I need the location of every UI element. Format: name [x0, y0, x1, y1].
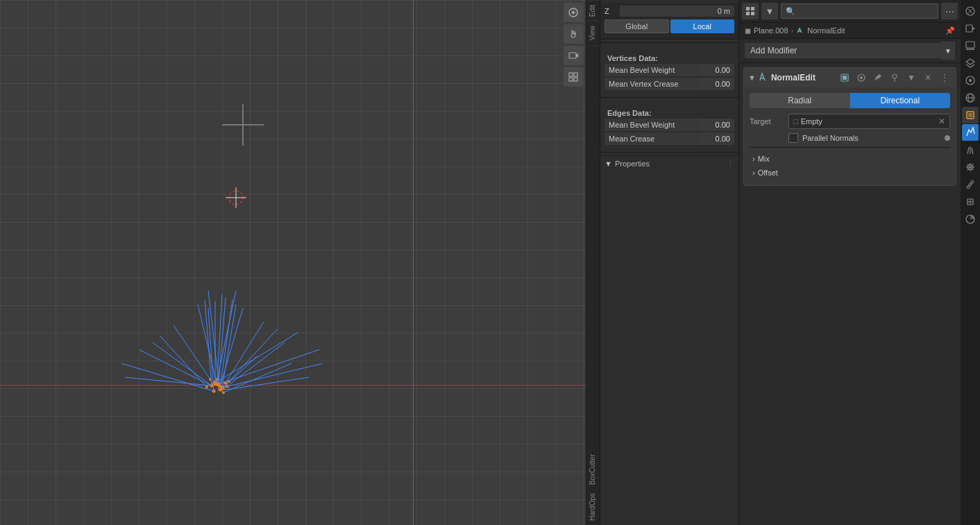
offset-section[interactable]: › Offset — [750, 166, 950, 180]
offset-arrow: › — [752, 169, 755, 177]
mean-vertex-crease-value[interactable]: 0.00 — [700, 78, 734, 90]
physics-icon[interactable] — [962, 159, 979, 175]
svg-line-82 — [972, 148, 973, 154]
svg-rect-52 — [569, 73, 573, 76]
mean-bevel-weight-row: Mean Bevel Weight 0.00 — [605, 64, 734, 76]
svg-point-65 — [860, 76, 863, 79]
props-sidebar — [961, 0, 980, 525]
scene-props-icon[interactable] — [962, 72, 979, 89]
directional-btn[interactable]: Directional — [850, 93, 951, 108]
mean-crease-label: Mean Crease — [605, 132, 700, 145]
parallel-normals-dot — [945, 135, 950, 141]
target-row: Target □ Empty ✕ — [750, 114, 950, 129]
svg-rect-56 — [746, 7, 750, 10]
mod-edit-icon[interactable] — [871, 71, 885, 85]
normaledit-modifier-card: ▼ NormalEdit — [743, 67, 956, 186]
world-icon[interactable] — [962, 89, 979, 106]
target-label: Target — [750, 117, 784, 126]
svg-rect-54 — [569, 78, 573, 81]
viewport-grid-btn[interactable] — [564, 67, 583, 87]
viewport-add-btn[interactable] — [564, 3, 583, 22]
target-object-icon: □ — [793, 117, 798, 126]
z-value[interactable]: 0 m — [620, 6, 734, 17]
mod-more-btn[interactable]: ⋮ — [938, 71, 952, 85]
pin-btn[interactable]: 📌 — [945, 26, 955, 35]
vertical-guide — [413, 0, 414, 525]
output-icon[interactable] — [962, 37, 979, 54]
expand-btn[interactable]: ⋯ — [941, 3, 958, 19]
material-icon[interactable] — [962, 211, 979, 227]
modifier-card-header: ▼ NormalEdit — [744, 68, 956, 87]
properties-label: Properties — [615, 160, 650, 168]
mod-close-btn[interactable]: ✕ — [921, 71, 935, 85]
data-icon[interactable] — [962, 193, 979, 210]
add-modifier-bar: Add Modifier ▼ — [739, 39, 961, 63]
mod-tool-2[interactable]: ▼ — [761, 3, 778, 19]
mod-render-icon[interactable] — [854, 71, 868, 85]
svg-line-34 — [160, 336, 207, 387]
mod-collapse-icon[interactable]: ▼ — [904, 71, 918, 85]
mean-bevel-weight-edge-label: Mean Bevel Weight — [605, 119, 700, 131]
view-label[interactable]: View — [586, 21, 600, 45]
mean-vertex-crease-row: Mean Vertex Crease 0.00 — [605, 78, 734, 90]
viewport-grid — [0, 0, 586, 525]
hardops-label[interactable]: HardOps — [586, 489, 600, 525]
object-icon[interactable] — [962, 107, 979, 123]
search-input[interactable] — [781, 3, 938, 19]
svg-rect-55 — [574, 78, 577, 81]
edges-data-section: Edges Data: Mean Bevel Weight 0.00 Mean … — [600, 101, 738, 149]
viewport[interactable] — [0, 0, 586, 525]
svg-rect-63 — [843, 76, 847, 80]
parallel-normals-checkbox[interactable] — [788, 133, 798, 143]
properties-collapse[interactable]: ▼ Properties ⋮ — [600, 155, 738, 171]
mean-vertex-crease-label: Mean Vertex Crease — [605, 78, 700, 90]
add-modifier-dropdown[interactable]: ▼ — [941, 42, 955, 60]
3d-object — [118, 287, 326, 428]
mode-toggle: Radial Directional — [750, 93, 950, 108]
mix-label: Mix — [758, 155, 770, 163]
mod-collapse-btn[interactable]: ▼ — [748, 74, 756, 82]
viewport-hand-btn[interactable] — [564, 24, 583, 44]
viewport-tools — [561, 0, 586, 89]
svg-line-23 — [221, 300, 233, 383]
target-clear-btn[interactable]: ✕ — [938, 117, 945, 126]
radial-btn[interactable]: Radial — [750, 93, 850, 108]
svg-rect-71 — [966, 42, 974, 48]
view-layer-icon[interactable] — [962, 55, 979, 71]
mix-section[interactable]: › Mix — [750, 152, 950, 166]
mean-bevel-weight-edge-value[interactable]: 0.00 — [700, 119, 734, 131]
boxcutter-label[interactable]: BoxCutter — [586, 45, 600, 489]
breadcrumb-object[interactable]: Plane.008 — [754, 26, 788, 35]
mean-crease-value[interactable]: 0.00 — [700, 132, 734, 145]
particles-icon[interactable] — [962, 141, 979, 158]
modifier-toolbar: ▼ ⋯ — [739, 0, 961, 23]
svg-line-35 — [153, 343, 212, 386]
edit-label[interactable]: Edit — [586, 0, 600, 21]
mod-pin-icon[interactable] — [888, 71, 902, 85]
vertices-data-section: Vertices Data: Mean Bevel Weight 0.00 Me… — [600, 46, 738, 94]
mean-bevel-weight-edge-row: Mean Bevel Weight 0.00 — [605, 119, 734, 131]
properties-dots: ⋮ — [727, 159, 734, 168]
constraints-icon[interactable] — [962, 176, 979, 193]
render-icon[interactable] — [962, 20, 979, 37]
global-btn[interactable]: Global — [605, 19, 669, 33]
mean-bevel-weight-value[interactable]: 0.00 — [700, 64, 734, 76]
modifier-body: Radial Directional Target □ Empty ✕ Para… — [744, 87, 956, 185]
svg-rect-58 — [746, 12, 750, 15]
svg-rect-50 — [569, 53, 576, 58]
viewport-camera-btn[interactable] — [564, 46, 583, 65]
mod-tool-1[interactable] — [742, 3, 759, 19]
svg-rect-57 — [751, 7, 754, 10]
local-btn[interactable]: Local — [670, 19, 735, 33]
target-field[interactable]: □ Empty ✕ — [788, 114, 950, 129]
mod-realtime-icon[interactable] — [838, 71, 852, 85]
add-modifier-btn[interactable]: Add Modifier — [745, 43, 941, 58]
breadcrumb-bar: ◼ Plane.008 › NormalEdit 📌 — [739, 23, 961, 39]
svg-marker-70 — [972, 27, 975, 30]
modifier-icon[interactable] — [962, 124, 979, 141]
svg-rect-59 — [751, 12, 754, 15]
cursor-3d — [226, 187, 246, 208]
scene-icon[interactable] — [962, 3, 979, 19]
global-local-toggle: Global Local — [605, 19, 734, 33]
breadcrumb-modifier[interactable]: NormalEdit — [807, 26, 845, 35]
